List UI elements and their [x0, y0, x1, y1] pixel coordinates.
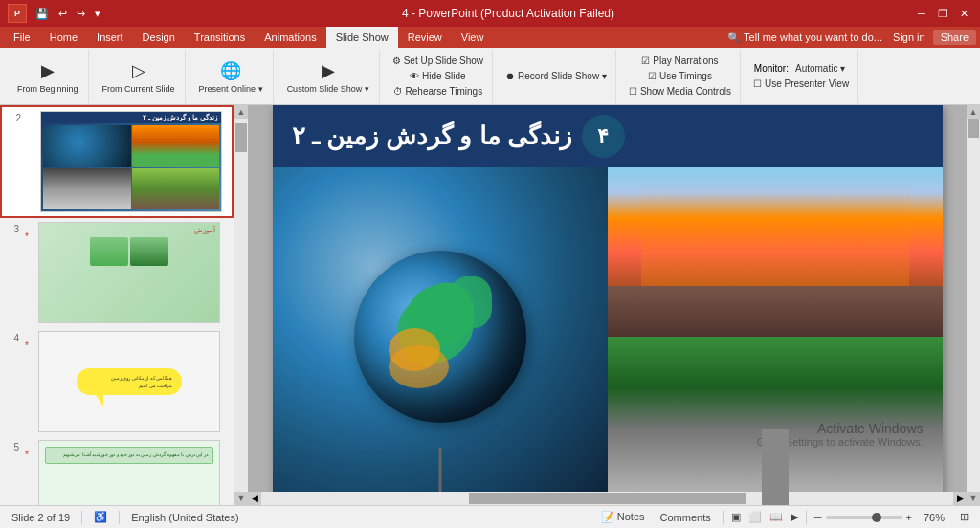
close-btn[interactable]: ✕	[955, 5, 972, 22]
cmd-group-current: ▷ From Current Slide	[93, 50, 186, 103]
scroll-down-btn[interactable]: ▼	[234, 492, 248, 505]
slide-thumb-2: زندگی ما و گردش زمین ـ ۲	[40, 111, 222, 212]
custom-slideshow-btn[interactable]: ▶ Custom Slide Show ▾	[283, 57, 373, 96]
slide-item-3[interactable]: 3 * آموزش	[0, 218, 234, 327]
slide-content: ۴ زندگی ما و گردش زمین ـ ۲	[273, 105, 943, 505]
use-presenter-view-chk[interactable]: ☐Use Presenter View	[750, 77, 852, 90]
view-reading-btn[interactable]: 📖	[769, 511, 783, 523]
present-online-btn[interactable]: 🌐 Present Online ▾	[195, 57, 267, 96]
save-qa-btn[interactable]: 💾	[33, 6, 52, 22]
tab-slideshow[interactable]: Slide Show	[326, 27, 398, 48]
slide-item-2[interactable]: 2 زندگی ما و گردش زمین ـ ۲	[0, 105, 234, 218]
restore-btn[interactable]: ❐	[934, 5, 951, 22]
zoom-out-btn[interactable]: ─	[814, 512, 822, 523]
use-timings-chk[interactable]: ☑Use Timings	[645, 70, 715, 82]
slide-asterisk-3: *	[25, 222, 33, 242]
cmd-group-setup: ⚙Set Up Slide Show 👁Hide Slide ⏱Rehearse…	[384, 50, 493, 103]
notes-icon: 📝	[601, 511, 614, 522]
record-slideshow-btn[interactable]: ⏺Record Slide Show ▾	[502, 70, 610, 82]
content-scroll-down[interactable]: ▼	[967, 492, 980, 505]
content-scrollbar-h[interactable]: ◀ ▶	[248, 492, 967, 505]
monitor-select[interactable]: Automatic ▾	[792, 62, 848, 75]
redo-qa-btn[interactable]: ↪	[74, 6, 88, 22]
view-normal-btn[interactable]: ▣	[731, 511, 741, 523]
tab-insert[interactable]: Insert	[87, 27, 133, 48]
tab-review[interactable]: Review	[398, 27, 452, 48]
tab-design[interactable]: Design	[133, 27, 185, 48]
slide-title: زندگی ما و گردش زمین ـ ۲	[292, 121, 572, 151]
scroll-thumb[interactable]	[235, 123, 247, 152]
zoom-percent[interactable]: 76%	[920, 511, 948, 524]
tab-file[interactable]: File	[4, 27, 40, 48]
from-beginning-btn[interactable]: ▶ From Beginning	[13, 57, 82, 96]
view-slideshow-btn[interactable]: ▶	[791, 511, 798, 523]
main-slide: ۴ زندگی ما و گردش زمین ـ ۲	[273, 105, 943, 505]
slide-number-3: 3	[6, 222, 19, 234]
slide-number-5: 5	[6, 440, 19, 452]
scroll-up-btn[interactable]: ▲	[234, 105, 248, 119]
slide-number-2: 2	[8, 111, 21, 123]
zoom-track[interactable]	[826, 516, 902, 519]
slide-panel-scroll[interactable]: 2 زندگی ما و گردش زمین ـ ۲	[0, 105, 234, 505]
rehearse-timings-btn[interactable]: ⏱Rehearse Timings	[390, 85, 486, 98]
slide-item-5[interactable]: 5 * در این درس با مفهوم گردش زمین به دور…	[0, 436, 234, 505]
fit-slide-btn[interactable]: ⊞	[956, 510, 972, 524]
more-qa-btn[interactable]: ▾	[92, 6, 103, 22]
language-btn[interactable]: English (United States)	[127, 511, 243, 524]
cmd-group-online: 🌐 Present Online ▾	[189, 50, 274, 103]
zoom-thumb[interactable]	[872, 513, 881, 522]
slide-thumb-4: هنگامی که از مکانی روی زمینمراقبت می کنی…	[38, 331, 220, 432]
slide-number-badge: ۴	[582, 115, 625, 158]
tab-animations[interactable]: Animations	[255, 27, 325, 48]
notes-btn[interactable]: 📝 Notes	[597, 510, 649, 524]
play-narrations-chk[interactable]: ☑Play Narrations	[638, 55, 721, 67]
view-slide-btn[interactable]: ⬜	[748, 511, 762, 523]
content-area: ▲ ▼ ۴ زندگی ما و گردش زمین ـ ۲	[234, 105, 980, 505]
accessibility-btn[interactable]: ♿	[90, 510, 111, 524]
content-scroll-track[interactable]	[967, 119, 980, 492]
divider-1	[81, 511, 82, 524]
slide-panel-scrollbar[interactable]: ▲ ▼	[234, 105, 248, 505]
ribbon-right-area: 🔍 Tell me what you want to do... Sign in…	[724, 30, 976, 46]
scroll-track[interactable]	[234, 119, 248, 492]
search-box-area[interactable]: 🔍 Tell me what you want to do...	[724, 30, 885, 46]
hscroll-thumb[interactable]	[469, 493, 746, 504]
share-btn[interactable]: Share	[933, 30, 976, 45]
main-area: 2 زندگی ما و گردش زمین ـ ۲	[0, 105, 980, 505]
zoom-slider[interactable]: ─ +	[814, 512, 912, 523]
tab-home[interactable]: Home	[40, 27, 87, 48]
content-scrollbar-v[interactable]: ▲ ▼	[967, 105, 980, 505]
status-left: Slide 2 of 19 ♿ English (United States)	[8, 510, 243, 524]
hscroll-left[interactable]: ◀	[248, 492, 261, 505]
ribbon-tabs: File Home Insert Design Transitions Anim…	[0, 27, 980, 48]
comments-btn[interactable]: Comments	[657, 511, 715, 524]
cmd-row-setup: ⚙Set Up Slide Show	[390, 55, 486, 67]
slide-body	[273, 167, 943, 505]
hscroll-track[interactable]	[261, 492, 953, 505]
setup-slideshow-btn[interactable]: ⚙Set Up Slide Show	[390, 55, 486, 67]
ribbon-commands: ▶ From Beginning ▷ From Current Slide 🌐 …	[0, 48, 980, 105]
forest-autumn-cell	[608, 167, 943, 337]
cmd-group-custom: ▶ Custom Slide Show ▾	[278, 50, 380, 103]
app-icon: P	[8, 4, 27, 23]
tab-transitions[interactable]: Transitions	[185, 27, 255, 48]
slide-thumb-3: آموزش	[38, 222, 220, 323]
minimize-btn[interactable]: ─	[913, 5, 930, 22]
sign-in-btn[interactable]: Sign in	[893, 32, 925, 43]
present-online-icon: 🌐	[219, 59, 242, 82]
hscroll-right[interactable]: ▶	[953, 492, 967, 505]
show-media-controls-chk[interactable]: ☐Show Media Controls	[626, 85, 734, 98]
cmd-row-rehearse: ⏱Rehearse Timings	[390, 85, 486, 98]
content-scroll-thumb[interactable]	[968, 119, 979, 138]
title-bar: P 💾 ↩ ↪ ▾ 4 - PowerPoint (Product Activa…	[0, 0, 980, 27]
slide-thumb-5: در این درس با مفهوم گردش زمین به دور خود…	[38, 440, 220, 505]
from-current-btn[interactable]: ▷ From Current Slide	[99, 57, 179, 96]
zoom-in-btn[interactable]: +	[906, 512, 912, 523]
tab-view[interactable]: View	[452, 27, 494, 48]
content-scroll-up[interactable]: ▲	[967, 105, 980, 119]
slide-item-4[interactable]: 4 * هنگامی که از مکانی روی زمینمراقبت می…	[0, 327, 234, 436]
undo-qa-btn[interactable]: ↩	[56, 6, 70, 22]
slide-header: ۴ زندگی ما و گردش زمین ـ ۲	[273, 105, 943, 167]
cmd-group-monitors: ☑Play Narrations ☑Use Timings ☐Show Medi…	[620, 50, 741, 103]
hide-slide-btn[interactable]: 👁Hide Slide	[407, 70, 469, 82]
